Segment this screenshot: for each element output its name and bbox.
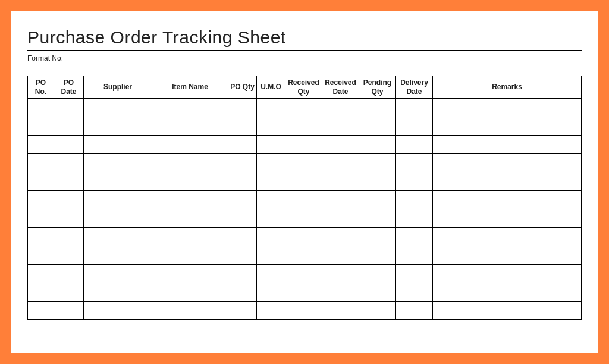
- cell-delivery_date[interactable]: [396, 265, 433, 283]
- cell-received_date[interactable]: [322, 246, 359, 265]
- cell-po_no[interactable]: [28, 246, 54, 265]
- cell-pending_qty[interactable]: [359, 283, 396, 302]
- cell-received_date[interactable]: [322, 283, 359, 302]
- cell-pending_qty[interactable]: [359, 265, 396, 283]
- cell-delivery_date[interactable]: [396, 191, 433, 209]
- cell-item_name[interactable]: [152, 117, 228, 136]
- cell-umo[interactable]: [257, 191, 285, 209]
- cell-remarks[interactable]: [433, 99, 582, 117]
- cell-supplier[interactable]: [84, 283, 152, 302]
- cell-po_qty[interactable]: [228, 228, 257, 246]
- cell-received_date[interactable]: [322, 99, 359, 117]
- cell-remarks[interactable]: [433, 117, 582, 136]
- cell-po_date[interactable]: [54, 154, 84, 172]
- cell-received_qty[interactable]: [285, 228, 322, 246]
- cell-umo[interactable]: [257, 246, 285, 265]
- cell-delivery_date[interactable]: [396, 136, 433, 154]
- cell-po_date[interactable]: [54, 246, 84, 265]
- cell-po_date[interactable]: [54, 228, 84, 246]
- cell-po_date[interactable]: [54, 209, 84, 228]
- cell-umo[interactable]: [257, 283, 285, 302]
- cell-supplier[interactable]: [84, 209, 152, 228]
- cell-po_no[interactable]: [28, 136, 54, 154]
- cell-remarks[interactable]: [433, 136, 582, 154]
- cell-po_no[interactable]: [28, 99, 54, 117]
- cell-pending_qty[interactable]: [359, 246, 396, 265]
- cell-received_date[interactable]: [322, 228, 359, 246]
- cell-item_name[interactable]: [152, 191, 228, 209]
- cell-remarks[interactable]: [433, 154, 582, 172]
- cell-received_date[interactable]: [322, 302, 359, 320]
- cell-po_qty[interactable]: [228, 136, 257, 154]
- cell-delivery_date[interactable]: [396, 99, 433, 117]
- cell-supplier[interactable]: [84, 99, 152, 117]
- cell-pending_qty[interactable]: [359, 228, 396, 246]
- cell-received_date[interactable]: [322, 117, 359, 136]
- cell-received_qty[interactable]: [285, 265, 322, 283]
- cell-item_name[interactable]: [152, 154, 228, 172]
- cell-supplier[interactable]: [84, 246, 152, 265]
- cell-received_qty[interactable]: [285, 302, 322, 320]
- cell-po_date[interactable]: [54, 99, 84, 117]
- cell-item_name[interactable]: [152, 172, 228, 191]
- cell-supplier[interactable]: [84, 265, 152, 283]
- cell-pending_qty[interactable]: [359, 191, 396, 209]
- cell-po_no[interactable]: [28, 283, 54, 302]
- cell-received_qty[interactable]: [285, 172, 322, 191]
- cell-umo[interactable]: [257, 136, 285, 154]
- cell-supplier[interactable]: [84, 136, 152, 154]
- cell-po_date[interactable]: [54, 265, 84, 283]
- cell-pending_qty[interactable]: [359, 154, 396, 172]
- cell-received_qty[interactable]: [285, 209, 322, 228]
- cell-po_qty[interactable]: [228, 99, 257, 117]
- cell-pending_qty[interactable]: [359, 136, 396, 154]
- cell-po_no[interactable]: [28, 191, 54, 209]
- cell-pending_qty[interactable]: [359, 117, 396, 136]
- cell-po_date[interactable]: [54, 117, 84, 136]
- cell-umo[interactable]: [257, 228, 285, 246]
- cell-supplier[interactable]: [84, 117, 152, 136]
- cell-umo[interactable]: [257, 209, 285, 228]
- cell-umo[interactable]: [257, 265, 285, 283]
- cell-po_no[interactable]: [28, 228, 54, 246]
- cell-received_qty[interactable]: [285, 154, 322, 172]
- cell-po_qty[interactable]: [228, 302, 257, 320]
- cell-umo[interactable]: [257, 302, 285, 320]
- cell-item_name[interactable]: [152, 99, 228, 117]
- cell-supplier[interactable]: [84, 302, 152, 320]
- cell-po_date[interactable]: [54, 283, 84, 302]
- cell-po_no[interactable]: [28, 172, 54, 191]
- cell-delivery_date[interactable]: [396, 228, 433, 246]
- cell-remarks[interactable]: [433, 209, 582, 228]
- cell-po_qty[interactable]: [228, 191, 257, 209]
- cell-po_qty[interactable]: [228, 117, 257, 136]
- cell-received_qty[interactable]: [285, 246, 322, 265]
- cell-pending_qty[interactable]: [359, 209, 396, 228]
- cell-delivery_date[interactable]: [396, 283, 433, 302]
- cell-supplier[interactable]: [84, 172, 152, 191]
- cell-po_qty[interactable]: [228, 246, 257, 265]
- cell-pending_qty[interactable]: [359, 99, 396, 117]
- cell-item_name[interactable]: [152, 136, 228, 154]
- cell-item_name[interactable]: [152, 283, 228, 302]
- cell-received_date[interactable]: [322, 136, 359, 154]
- cell-item_name[interactable]: [152, 302, 228, 320]
- cell-pending_qty[interactable]: [359, 172, 396, 191]
- cell-received_qty[interactable]: [285, 191, 322, 209]
- cell-received_date[interactable]: [322, 154, 359, 172]
- cell-remarks[interactable]: [433, 172, 582, 191]
- cell-delivery_date[interactable]: [396, 302, 433, 320]
- cell-pending_qty[interactable]: [359, 302, 396, 320]
- cell-remarks[interactable]: [433, 191, 582, 209]
- cell-received_date[interactable]: [322, 191, 359, 209]
- cell-po_qty[interactable]: [228, 209, 257, 228]
- cell-received_date[interactable]: [322, 209, 359, 228]
- cell-received_date[interactable]: [322, 265, 359, 283]
- cell-delivery_date[interactable]: [396, 172, 433, 191]
- cell-received_qty[interactable]: [285, 283, 322, 302]
- cell-delivery_date[interactable]: [396, 117, 433, 136]
- cell-item_name[interactable]: [152, 228, 228, 246]
- cell-po_no[interactable]: [28, 117, 54, 136]
- cell-po_qty[interactable]: [228, 283, 257, 302]
- cell-remarks[interactable]: [433, 283, 582, 302]
